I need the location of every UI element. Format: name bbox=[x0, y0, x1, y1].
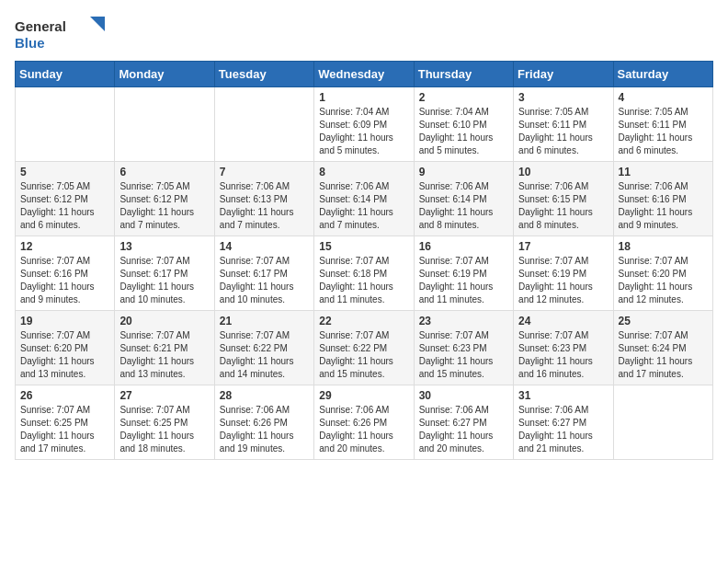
calendar-cell: 9Sunrise: 7:06 AM Sunset: 6:14 PM Daylig… bbox=[414, 162, 513, 236]
logo-icon: General Blue bbox=[15, 15, 107, 52]
calendar-cell: 2Sunrise: 7:04 AM Sunset: 6:10 PM Daylig… bbox=[414, 87, 513, 162]
day-info: Sunrise: 7:07 AM Sunset: 6:25 PM Dayligh… bbox=[20, 404, 109, 455]
calendar-cell: 4Sunrise: 7:05 AM Sunset: 6:11 PM Daylig… bbox=[613, 87, 712, 162]
calendar-cell: 18Sunrise: 7:07 AM Sunset: 6:20 PM Dayli… bbox=[613, 236, 712, 311]
day-number: 7 bbox=[220, 166, 309, 178]
day-info: Sunrise: 7:07 AM Sunset: 6:18 PM Dayligh… bbox=[319, 255, 408, 306]
col-header-thursday: Thursday bbox=[414, 62, 513, 87]
calendar-table: SundayMondayTuesdayWednesdayThursdayFrid… bbox=[15, 61, 713, 460]
day-info: Sunrise: 7:07 AM Sunset: 6:16 PM Dayligh… bbox=[20, 255, 109, 306]
day-info: Sunrise: 7:06 AM Sunset: 6:27 PM Dayligh… bbox=[419, 404, 508, 455]
calendar-cell bbox=[16, 87, 115, 162]
calendar-cell: 19Sunrise: 7:07 AM Sunset: 6:20 PM Dayli… bbox=[16, 311, 115, 385]
day-info: Sunrise: 7:07 AM Sunset: 6:19 PM Dayligh… bbox=[518, 255, 608, 306]
calendar-cell: 16Sunrise: 7:07 AM Sunset: 6:19 PM Dayli… bbox=[414, 236, 513, 311]
calendar-cell: 15Sunrise: 7:07 AM Sunset: 6:18 PM Dayli… bbox=[314, 236, 414, 311]
calendar-week-row: 19Sunrise: 7:07 AM Sunset: 6:20 PM Dayli… bbox=[16, 311, 713, 385]
day-info: Sunrise: 7:07 AM Sunset: 6:25 PM Dayligh… bbox=[119, 404, 209, 455]
day-number: 5 bbox=[20, 166, 109, 178]
calendar-cell: 31Sunrise: 7:06 AM Sunset: 6:27 PM Dayli… bbox=[514, 385, 613, 460]
day-info: Sunrise: 7:06 AM Sunset: 6:13 PM Dayligh… bbox=[220, 180, 309, 232]
calendar-cell: 12Sunrise: 7:07 AM Sunset: 6:16 PM Dayli… bbox=[16, 236, 115, 311]
calendar-cell: 21Sunrise: 7:07 AM Sunset: 6:22 PM Dayli… bbox=[214, 311, 313, 385]
col-header-friday: Friday bbox=[514, 62, 613, 87]
col-header-saturday: Saturday bbox=[613, 62, 712, 87]
calendar-cell: 23Sunrise: 7:07 AM Sunset: 6:23 PM Dayli… bbox=[414, 311, 513, 385]
calendar-cell: 13Sunrise: 7:07 AM Sunset: 6:17 PM Dayli… bbox=[115, 236, 214, 311]
calendar-cell: 22Sunrise: 7:07 AM Sunset: 6:22 PM Dayli… bbox=[314, 311, 414, 385]
calendar-cell: 7Sunrise: 7:06 AM Sunset: 6:13 PM Daylig… bbox=[214, 162, 313, 236]
calendar-week-row: 26Sunrise: 7:07 AM Sunset: 6:25 PM Dayli… bbox=[16, 385, 713, 460]
calendar-cell: 5Sunrise: 7:05 AM Sunset: 6:12 PM Daylig… bbox=[16, 162, 115, 236]
calendar-cell: 20Sunrise: 7:07 AM Sunset: 6:21 PM Dayli… bbox=[115, 311, 214, 385]
day-number: 1 bbox=[319, 91, 408, 104]
calendar-cell: 10Sunrise: 7:06 AM Sunset: 6:15 PM Dayli… bbox=[514, 162, 613, 236]
day-number: 12 bbox=[20, 240, 109, 253]
day-number: 17 bbox=[518, 240, 608, 253]
day-number: 26 bbox=[20, 389, 109, 402]
day-number: 22 bbox=[319, 315, 408, 327]
day-info: Sunrise: 7:07 AM Sunset: 6:20 PM Dayligh… bbox=[619, 255, 708, 306]
day-number: 9 bbox=[419, 166, 508, 178]
calendar-week-row: 1Sunrise: 7:04 AM Sunset: 6:09 PM Daylig… bbox=[16, 87, 713, 162]
day-number: 24 bbox=[518, 315, 608, 327]
day-info: Sunrise: 7:05 AM Sunset: 6:11 PM Dayligh… bbox=[518, 106, 608, 157]
day-number: 27 bbox=[119, 389, 209, 402]
day-info: Sunrise: 7:07 AM Sunset: 6:22 PM Dayligh… bbox=[319, 329, 408, 381]
day-number: 6 bbox=[119, 166, 209, 178]
day-number: 11 bbox=[619, 166, 708, 178]
day-number: 8 bbox=[319, 166, 408, 178]
day-info: Sunrise: 7:04 AM Sunset: 6:09 PM Dayligh… bbox=[319, 106, 408, 157]
svg-text:General: General bbox=[15, 18, 66, 34]
day-info: Sunrise: 7:07 AM Sunset: 6:21 PM Dayligh… bbox=[119, 329, 209, 381]
calendar-week-row: 5Sunrise: 7:05 AM Sunset: 6:12 PM Daylig… bbox=[16, 162, 713, 236]
day-info: Sunrise: 7:07 AM Sunset: 6:23 PM Dayligh… bbox=[419, 329, 508, 381]
col-header-monday: Monday bbox=[115, 62, 214, 87]
calendar-cell bbox=[214, 87, 313, 162]
calendar-cell: 1Sunrise: 7:04 AM Sunset: 6:09 PM Daylig… bbox=[314, 87, 414, 162]
day-number: 3 bbox=[518, 91, 608, 104]
day-number: 13 bbox=[119, 240, 209, 253]
day-number: 2 bbox=[419, 91, 508, 104]
day-number: 18 bbox=[619, 240, 708, 253]
day-info: Sunrise: 7:07 AM Sunset: 6:22 PM Dayligh… bbox=[220, 329, 309, 381]
day-info: Sunrise: 7:06 AM Sunset: 6:14 PM Dayligh… bbox=[419, 180, 508, 232]
day-info: Sunrise: 7:06 AM Sunset: 6:27 PM Dayligh… bbox=[518, 404, 608, 455]
day-info: Sunrise: 7:07 AM Sunset: 6:23 PM Dayligh… bbox=[518, 329, 608, 381]
calendar-cell bbox=[115, 87, 214, 162]
calendar-cell: 30Sunrise: 7:06 AM Sunset: 6:27 PM Dayli… bbox=[414, 385, 513, 460]
day-number: 15 bbox=[319, 240, 408, 253]
logo: General Blue bbox=[15, 15, 107, 52]
day-number: 16 bbox=[419, 240, 508, 253]
day-number: 14 bbox=[220, 240, 309, 253]
calendar-week-row: 12Sunrise: 7:07 AM Sunset: 6:16 PM Dayli… bbox=[16, 236, 713, 311]
day-info: Sunrise: 7:07 AM Sunset: 6:17 PM Dayligh… bbox=[220, 255, 309, 306]
day-number: 25 bbox=[619, 315, 708, 327]
day-info: Sunrise: 7:06 AM Sunset: 6:14 PM Dayligh… bbox=[319, 180, 408, 232]
calendar-cell: 17Sunrise: 7:07 AM Sunset: 6:19 PM Dayli… bbox=[514, 236, 613, 311]
day-number: 30 bbox=[419, 389, 508, 402]
calendar-cell: 11Sunrise: 7:06 AM Sunset: 6:16 PM Dayli… bbox=[613, 162, 712, 236]
svg-text:Blue: Blue bbox=[15, 35, 45, 51]
day-info: Sunrise: 7:06 AM Sunset: 6:26 PM Dayligh… bbox=[319, 404, 408, 455]
day-number: 4 bbox=[619, 91, 708, 104]
day-number: 23 bbox=[419, 315, 508, 327]
page-header: General Blue bbox=[15, 15, 713, 52]
calendar-cell: 29Sunrise: 7:06 AM Sunset: 6:26 PM Dayli… bbox=[314, 385, 414, 460]
calendar-header-row: SundayMondayTuesdayWednesdayThursdayFrid… bbox=[16, 62, 713, 87]
day-number: 19 bbox=[20, 315, 109, 327]
day-number: 10 bbox=[518, 166, 608, 178]
col-header-sunday: Sunday bbox=[16, 62, 115, 87]
day-info: Sunrise: 7:07 AM Sunset: 6:17 PM Dayligh… bbox=[119, 255, 209, 306]
day-info: Sunrise: 7:06 AM Sunset: 6:26 PM Dayligh… bbox=[220, 404, 309, 455]
calendar-cell: 3Sunrise: 7:05 AM Sunset: 6:11 PM Daylig… bbox=[514, 87, 613, 162]
day-info: Sunrise: 7:06 AM Sunset: 6:16 PM Dayligh… bbox=[619, 180, 708, 232]
day-info: Sunrise: 7:05 AM Sunset: 6:11 PM Dayligh… bbox=[619, 106, 708, 157]
day-info: Sunrise: 7:07 AM Sunset: 6:20 PM Dayligh… bbox=[20, 329, 109, 381]
calendar-cell: 25Sunrise: 7:07 AM Sunset: 6:24 PM Dayli… bbox=[613, 311, 712, 385]
calendar-cell: 26Sunrise: 7:07 AM Sunset: 6:25 PM Dayli… bbox=[16, 385, 115, 460]
calendar-cell: 6Sunrise: 7:05 AM Sunset: 6:12 PM Daylig… bbox=[115, 162, 214, 236]
col-header-tuesday: Tuesday bbox=[214, 62, 313, 87]
day-info: Sunrise: 7:05 AM Sunset: 6:12 PM Dayligh… bbox=[119, 180, 209, 232]
day-info: Sunrise: 7:06 AM Sunset: 6:15 PM Dayligh… bbox=[518, 180, 608, 232]
